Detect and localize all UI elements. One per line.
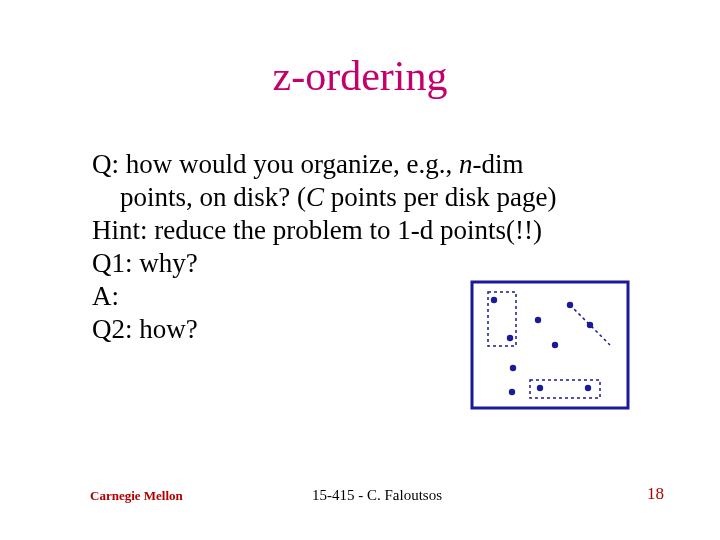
slide: z-ordering Q: how would you organize, e.… bbox=[0, 0, 720, 540]
body-line-4: Q1: why? bbox=[92, 247, 632, 280]
var-c: C bbox=[306, 182, 324, 212]
text: Q: how would you organize, e.g., bbox=[92, 149, 459, 179]
point bbox=[585, 385, 591, 391]
point bbox=[587, 322, 593, 328]
body-line-3: Hint: reduce the problem to 1-d points(!… bbox=[92, 214, 632, 247]
point bbox=[509, 389, 515, 395]
footer-page-number: 18 bbox=[647, 484, 664, 504]
text: points per disk page) bbox=[324, 182, 556, 212]
body-line-2: points, on disk? (C points per disk page… bbox=[92, 181, 632, 214]
point bbox=[507, 335, 513, 341]
text: points, on disk? ( bbox=[120, 182, 306, 212]
footer-course: 15-415 - C. Faloutsos bbox=[90, 487, 664, 504]
slide-title: z-ordering bbox=[0, 52, 720, 100]
point bbox=[535, 317, 541, 323]
point bbox=[552, 342, 558, 348]
var-n: n bbox=[459, 149, 473, 179]
point bbox=[567, 302, 573, 308]
text: -dim bbox=[472, 149, 523, 179]
body-line-1: Q: how would you organize, e.g., n-dim bbox=[92, 148, 632, 181]
point bbox=[491, 297, 497, 303]
footer: Carnegie Mellon 15-415 - C. Faloutsos 18 bbox=[90, 482, 664, 504]
diagram-svg bbox=[470, 280, 630, 410]
point bbox=[537, 385, 543, 391]
diagram bbox=[470, 280, 630, 410]
point bbox=[510, 365, 516, 371]
